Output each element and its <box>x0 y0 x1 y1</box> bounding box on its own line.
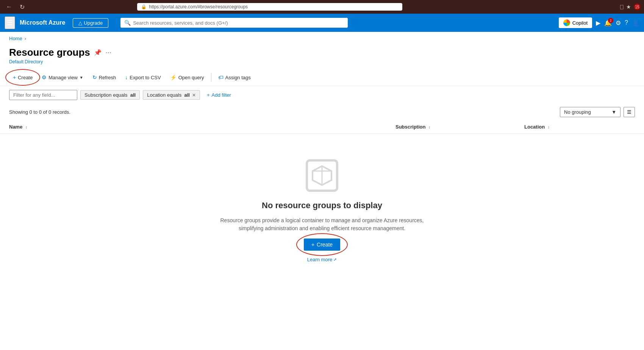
location-filter-value: all <box>184 92 189 98</box>
records-count: Showing 0 to 0 of 0 records. <box>9 109 70 115</box>
page-subtitle: Default Directory <box>9 59 635 64</box>
pin-icon[interactable]: 📌 <box>94 49 102 56</box>
chevron-down-icon: ▼ <box>611 109 616 115</box>
upgrade-button[interactable]: △ Upgrade <box>73 18 108 28</box>
search-input[interactable] <box>133 20 344 26</box>
nav-right-icons: Copilot ▶ 🔔 2 ⚙ ? 👤 <box>559 17 639 28</box>
search-icon: 🔍 <box>124 20 131 26</box>
browser-url: https://portal.azure.com/#browse/resourc… <box>149 4 248 9</box>
open-query-button[interactable]: ⚡ Open query <box>166 72 208 83</box>
empty-state-title: No resource groups to display <box>262 201 382 210</box>
subscription-filter-label: Subscription equals all <box>84 92 136 98</box>
azure-brand: Microsoft Azure <box>20 19 65 26</box>
browser-back[interactable]: ← <box>4 3 14 11</box>
breadcrumb: Home › <box>0 32 644 45</box>
chevron-down-icon: ▼ <box>80 75 83 80</box>
location-filter-close[interactable]: ✕ <box>192 93 196 98</box>
terminal-button[interactable]: ▶ <box>596 19 600 27</box>
azure-nav: ☰ Microsoft Azure △ Upgrade 🔍 Copilot ▶ … <box>0 14 644 32</box>
toolbar-separator <box>211 73 211 82</box>
columns-button[interactable]: ☰ <box>624 107 635 117</box>
browser-badge: 15 <box>634 4 640 10</box>
gear-icon: ⚙ <box>42 74 47 80</box>
create-button[interactable]: + Create <box>9 72 36 83</box>
browser-bar: ← ↻ 🔒 https://portal.azure.com/#browse/r… <box>0 0 644 14</box>
add-filter-button[interactable]: + Add filter <box>203 91 235 99</box>
copilot-label: Copilot <box>572 20 588 26</box>
refresh-button[interactable]: ↻ Refresh <box>89 72 120 83</box>
plus-icon: + <box>311 242 314 248</box>
page-title-row: Resource groups 📌 ⋯ <box>9 47 635 58</box>
account-button[interactable]: 👤 <box>632 19 639 27</box>
grouping-label: No grouping <box>564 109 591 115</box>
external-link-icon: ➚ <box>333 257 337 262</box>
breadcrumb-home[interactable]: Home <box>9 36 22 41</box>
empty-state-create-wrapper: + Create <box>304 239 340 251</box>
subscription-filter-tag: Subscription equals all <box>80 90 140 100</box>
settings-button[interactable]: ⚙ <box>616 19 621 27</box>
search-bar[interactable]: 🔍 <box>120 18 348 28</box>
assign-tags-button[interactable]: 🏷 Assign tags <box>214 72 255 83</box>
col-header-subscription: Subscription ↕ <box>386 120 515 134</box>
browser-refresh[interactable]: ↻ <box>17 3 27 11</box>
sort-icon-name[interactable]: ↕ <box>25 125 27 129</box>
location-filter-tag: Location equals all ✕ <box>143 90 200 100</box>
manage-view-button[interactable]: ⚙ Manage view ▼ <box>38 72 87 83</box>
grouping-dropdown[interactable]: No grouping ▼ <box>560 107 621 117</box>
upgrade-icon: △ <box>78 20 82 26</box>
page-title: Resource groups <box>9 47 90 58</box>
subscription-filter-value: all <box>130 92 136 98</box>
browser-url-bar: 🔒 https://portal.azure.com/#browse/resou… <box>137 3 402 11</box>
refresh-icon: ↻ <box>92 74 97 80</box>
sort-icon-subscription[interactable]: ↕ <box>428 125 430 129</box>
main-content: Home › Resource groups 📌 ⋯ Default Direc… <box>0 32 644 350</box>
hamburger-menu[interactable]: ☰ <box>5 16 15 29</box>
tag-icon: 🏷 <box>218 74 224 80</box>
toolbar: + Create ⚙ Manage view ▼ ↻ Refresh ↓ Exp… <box>0 69 644 86</box>
sort-icon-location[interactable]: ↕ <box>548 125 550 129</box>
filter-bar: Subscription equals all Location equals … <box>0 86 644 104</box>
location-filter-label: Location equals all <box>147 92 190 98</box>
records-row: Showing 0 to 0 of 0 records. No grouping… <box>0 104 644 120</box>
page-header: Resource groups 📌 ⋯ Default Directory <box>0 45 644 69</box>
copilot-icon <box>563 19 570 26</box>
browser-right-icons: ⎕ ★ 15 <box>620 4 640 10</box>
copilot-button[interactable]: Copilot <box>559 17 592 28</box>
empty-state: No resource groups to display Resource g… <box>0 134 644 285</box>
add-filter-icon: + <box>207 92 210 98</box>
col-header-name: Name ↕ <box>0 120 386 134</box>
plus-icon: + <box>13 74 16 80</box>
notifications-button[interactable]: 🔔 2 <box>604 19 612 27</box>
col-header-location: Location ↕ <box>515 120 644 134</box>
help-button[interactable]: ? <box>625 19 628 26</box>
empty-state-icon <box>303 157 341 195</box>
filter-input[interactable] <box>9 90 77 100</box>
create-btn-wrapper: + Create <box>9 72 36 83</box>
download-icon: ↓ <box>125 74 128 80</box>
breadcrumb-separator: › <box>25 36 26 41</box>
empty-state-description: Resource groups provide a logical contai… <box>220 217 424 232</box>
table-header: Name ↕ Subscription ↕ Location ↕ <box>0 120 644 134</box>
query-icon: ⚡ <box>170 74 177 80</box>
browser-star-icon[interactable]: ★ <box>626 4 631 10</box>
notification-badge: 2 <box>608 18 613 23</box>
browser-cast-icon[interactable]: ⎕ <box>620 4 623 10</box>
export-csv-button[interactable]: ↓ Export to CSV <box>121 72 164 83</box>
data-table: Name ↕ Subscription ↕ Location ↕ <box>0 120 644 134</box>
learn-more-link[interactable]: Learn more ➚ <box>307 257 337 262</box>
empty-state-create-button[interactable]: + Create <box>304 239 340 251</box>
more-options-icon[interactable]: ⋯ <box>105 49 111 56</box>
